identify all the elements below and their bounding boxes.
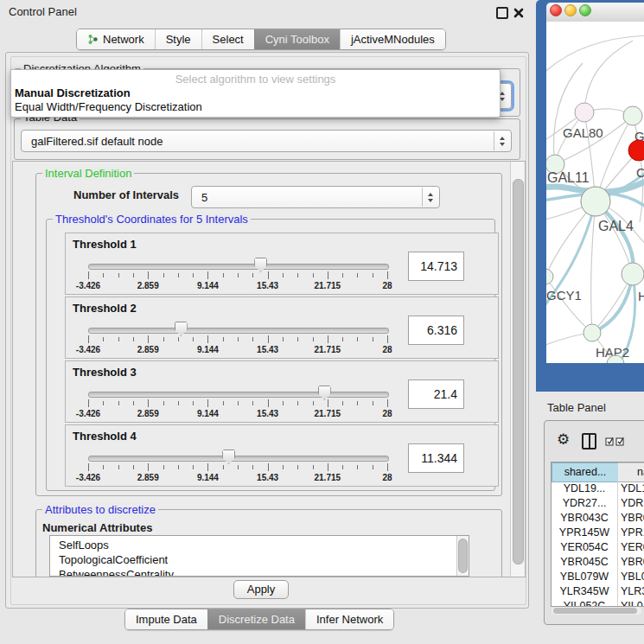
slider-tick [133, 337, 134, 341]
number-of-intervals-label: Number of Intervals [73, 188, 179, 201]
mode-tab-infer-network[interactable]: Infer Network [305, 609, 393, 629]
slider-tick-label: 9.144 [197, 409, 219, 418]
column-header-name[interactable]: na [618, 462, 644, 482]
float-window-button[interactable] [496, 7, 508, 19]
settings-scrollbar[interactable] [510, 162, 525, 577]
slider-tick [313, 337, 314, 341]
number-of-intervals-spinner[interactable]: 5 [191, 186, 440, 208]
interval-definition-title: Interval Definition [42, 167, 134, 180]
tab-select[interactable]: Select [201, 29, 254, 49]
slider-tick [207, 335, 208, 343]
table-hscrollbar-thumb[interactable] [553, 608, 637, 614]
table-row[interactable]: YDR27...YDR2 [552, 496, 644, 511]
cell-shared-name: YER054C [552, 540, 617, 555]
threshold-slider-thumb[interactable] [254, 258, 267, 272]
slider-tick-label: 9.144 [197, 345, 219, 354]
column-header-shared-name[interactable]: shared... [552, 462, 619, 482]
tab-cyni-toolbox[interactable]: Cyni Toolbox [254, 29, 340, 49]
table-row[interactable]: YBL079WYBL0 [552, 570, 644, 584]
cell-name: YDL1 [621, 481, 644, 496]
slider-tick [313, 273, 314, 277]
threshold-panel-3: Threshold 3-3.4262.8599.14415.4321.71528… [65, 360, 499, 423]
slider-tick [252, 465, 253, 469]
threshold-slider-track[interactable] [88, 456, 389, 462]
table-row[interactable]: YDL19...YDL1 [552, 481, 644, 496]
threshold-slider-thumb[interactable] [222, 450, 235, 464]
slider-tick [373, 273, 373, 277]
attribute-item-topologicalcoefficient[interactable]: TopologicalCoefficient [59, 553, 168, 566]
attribute-item-selfloops[interactable]: SelfLoops [59, 539, 109, 552]
threshold-slider-track[interactable] [88, 392, 389, 398]
table-horizontal-scrollbar[interactable] [552, 607, 641, 615]
mode-tab-impute-data[interactable]: Impute Data [125, 609, 207, 629]
control-panel-title: Control Panel [9, 5, 77, 18]
numerical-attributes-list[interactable]: SelfLoopsTopologicalCoefficientBetweenne… [49, 535, 469, 577]
mode-tab-discretize-data[interactable]: Discretize Data [207, 609, 305, 629]
table-row[interactable]: YLR345WYLR3 [552, 584, 644, 599]
network-node-h[interactable] [622, 263, 644, 285]
network-node-gal4[interactable] [581, 187, 610, 216]
cell-shared-name: YDL19... [552, 481, 617, 496]
table-row[interactable]: YER054CYER0 [552, 540, 644, 555]
mac-zoom-button[interactable] [579, 4, 591, 16]
cell-name: YLR3 [621, 584, 644, 599]
column-layout-icon[interactable] [582, 433, 596, 450]
attribute-item-betweennesscentrality[interactable]: BetweennessCentrality [59, 568, 174, 577]
algorithm-placeholder-item[interactable]: Select algorithm to view settings [11, 73, 500, 86]
slider-tick [103, 465, 104, 469]
table-data-combo-value: galFiltered.sif default node [31, 135, 163, 148]
close-panel-button[interactable] [513, 6, 524, 16]
table-row[interactable]: YBR045CYBR0 [552, 555, 644, 570]
network-node-label: GCY1 [546, 288, 582, 303]
network-canvas[interactable]: GAL80GACGAL11GAL4GCY1HHAP2 [546, 22, 644, 363]
select-all-checkbox-icon[interactable] [605, 435, 615, 450]
list-scrollbar-thumb[interactable] [458, 539, 468, 573]
apply-button[interactable]: Apply [233, 580, 289, 599]
slider-tick [328, 463, 328, 471]
tab-style[interactable]: Style [155, 29, 201, 49]
spinner-stepper-icon[interactable] [422, 188, 438, 207]
combo-stepper-icon[interactable] [494, 131, 510, 150]
threshold-value-field[interactable]: 14.713 [408, 252, 464, 281]
algorithm-option-equal-width[interactable]: Equal Width/Frequency Discretization [15, 100, 202, 113]
settings-scrollbar-thumb[interactable] [513, 179, 524, 564]
network-node-hap2[interactable] [583, 324, 601, 341]
slider-tick-label: 9.144 [197, 473, 219, 482]
slider-tick [342, 273, 343, 277]
network-node-ga[interactable] [623, 106, 642, 125]
threshold-value-field[interactable]: 11.344 [408, 443, 464, 473]
list-scrollbar[interactable] [456, 536, 469, 576]
slider-tick [313, 465, 314, 469]
threshold-slider-track[interactable] [88, 264, 389, 270]
mac-minimize-button[interactable] [564, 4, 577, 16]
table-row[interactable]: YPR145WYPR1 [552, 526, 644, 540]
algorithm-option-manual[interactable]: Manual Discretization [15, 86, 131, 99]
deselect-all-checkbox-icon[interactable] [615, 435, 625, 450]
slider-tick-label: 2.859 [137, 281, 159, 290]
node-attribute-table[interactable]: shared... na YDL19...YDL1YDR27...YDR2YBR… [551, 462, 644, 607]
tab-network-label: Network [103, 33, 144, 46]
table-settings-gear-icon[interactable]: ⚙ [557, 432, 570, 447]
table-data-combo[interactable]: galFiltered.sif default node [21, 130, 512, 152]
table-row[interactable]: YBR043CYBR0 [552, 511, 644, 526]
threshold-slider-thumb[interactable] [318, 386, 331, 400]
tab-jactivemnodules[interactable]: jActiveMNodules [340, 29, 445, 49]
network-node-gal80[interactable] [575, 103, 594, 122]
threshold-value-field[interactable]: 6.316 [408, 316, 464, 345]
slider-tick [193, 401, 194, 405]
network-node-label: H [638, 289, 644, 303]
threshold-slider-thumb[interactable] [175, 322, 188, 336]
threshold-panel-2: Threshold 2-3.4262.8599.14415.4321.71528… [65, 296, 499, 359]
network-node-gcy1[interactable] [546, 269, 553, 284]
slider-tick [148, 463, 149, 471]
network-node-c[interactable] [628, 140, 644, 161]
cell-name: YBR0 [621, 555, 644, 570]
mac-close-button[interactable] [550, 4, 562, 16]
slider-tick [373, 337, 373, 341]
slider-tick [238, 273, 239, 277]
threshold-slider-track[interactable] [88, 328, 389, 334]
threshold-value-field[interactable]: 21.4 [408, 379, 464, 409]
table-row[interactable]: YIL052CYIL0 [552, 599, 644, 606]
tab-network[interactable]: Network [77, 29, 155, 49]
mode-tab-impute-data-label: Impute Data [136, 613, 197, 626]
